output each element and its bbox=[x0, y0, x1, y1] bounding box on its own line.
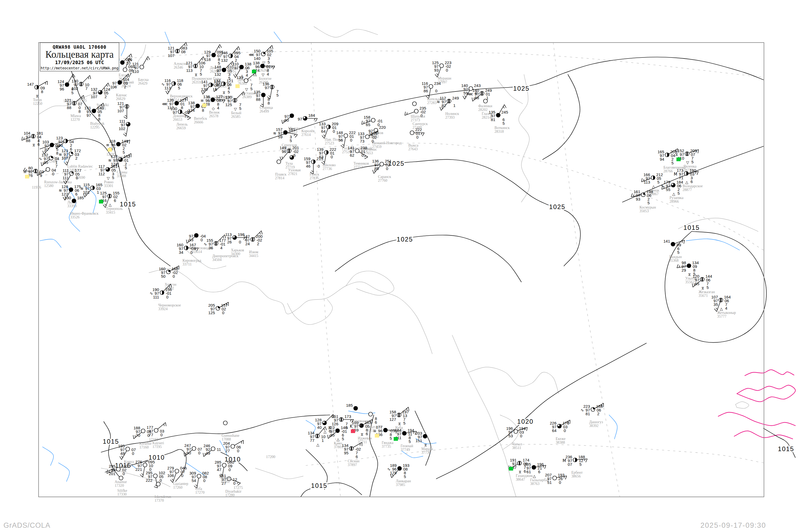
cloud-cover-icon bbox=[72, 199, 76, 203]
svg-text:17320: 17320 bbox=[115, 483, 124, 488]
svg-text:97: 97 bbox=[234, 65, 239, 70]
svg-text:38392: 38392 bbox=[589, 424, 598, 428]
svg-text:50: 50 bbox=[161, 274, 166, 279]
svg-text:27480: 27480 bbox=[413, 126, 422, 130]
isobar-label: 1025 bbox=[397, 236, 413, 243]
svg-text:107: 107 bbox=[91, 94, 97, 99]
svg-text:86: 86 bbox=[423, 89, 428, 93]
svg-text:∿: ∿ bbox=[150, 291, 153, 296]
isobar bbox=[301, 483, 362, 497]
svg-text:⧖: ⧖ bbox=[688, 272, 691, 277]
svg-text:8: 8 bbox=[78, 109, 81, 114]
svg-text:27736: 27736 bbox=[323, 167, 332, 171]
map-datetime: 17/09/2025 06 UTC bbox=[40, 60, 119, 65]
svg-text:26578: 26578 bbox=[209, 114, 218, 118]
svg-text:95: 95 bbox=[344, 451, 348, 455]
svg-text:107: 107 bbox=[117, 109, 124, 113]
coastline bbox=[149, 269, 432, 354]
svg-text:△: △ bbox=[720, 307, 723, 311]
isobar bbox=[335, 235, 521, 282]
svg-text:Санчурск: Санчурск bbox=[413, 122, 428, 126]
svg-text:Сарны: Сарны bbox=[117, 170, 128, 174]
svg-text:≋: ≋ bbox=[58, 188, 62, 193]
station-plot: 2049727060 bbox=[223, 440, 243, 453]
svg-text:6: 6 bbox=[690, 179, 693, 184]
svg-text:≋: ≋ bbox=[273, 131, 277, 136]
svg-text:243: 243 bbox=[474, 83, 481, 88]
svg-text:Гурджаани: Гурджаани bbox=[352, 419, 369, 423]
svg-text:⧖: ⧖ bbox=[195, 73, 197, 77]
svg-text:65: 65 bbox=[366, 122, 370, 127]
svg-text:4: 4 bbox=[725, 306, 727, 310]
station-plot: 19097111156-010∿Черноморское33924 bbox=[150, 284, 181, 311]
warning-square-icon bbox=[235, 84, 240, 88]
station-plot: Gumushane17088 bbox=[222, 421, 240, 441]
cloud-cover-icon bbox=[240, 65, 244, 69]
svg-text:△: △ bbox=[317, 443, 320, 447]
svg-text:111: 111 bbox=[153, 295, 159, 299]
svg-text:Bialystok: Bialystok bbox=[90, 121, 104, 126]
svg-text:△: △ bbox=[652, 184, 655, 189]
svg-text:132: 132 bbox=[221, 58, 228, 62]
svg-text:27283: 27283 bbox=[427, 101, 437, 105]
svg-text:Kirsehir: Kirsehir bbox=[139, 441, 152, 445]
cloud-cover-icon bbox=[532, 466, 536, 470]
river bbox=[165, 32, 170, 45]
svg-text:184: 184 bbox=[308, 113, 315, 118]
svg-text:179: 179 bbox=[390, 471, 397, 475]
svg-text:Верхнедвинск: Верхнедвинск bbox=[170, 94, 193, 98]
svg-text:141: 141 bbox=[663, 239, 670, 243]
station-plot: 14996201-026Тула27719 bbox=[280, 146, 299, 169]
svg-text:Iskenderun: Iskenderun bbox=[155, 495, 171, 499]
svg-text:5: 5 bbox=[122, 150, 125, 155]
svg-text:Узловая: Узловая bbox=[288, 168, 301, 172]
warning-square-icon bbox=[99, 200, 103, 204]
svg-text:17330: 17330 bbox=[117, 492, 127, 496]
svg-text:0: 0 bbox=[237, 449, 239, 453]
svg-text:Геокчай: Геокчай bbox=[401, 444, 413, 448]
svg-text:◇: ◇ bbox=[212, 107, 215, 111]
svg-text:185: 185 bbox=[77, 195, 84, 200]
svg-text:Anamur: Anamur bbox=[115, 480, 127, 484]
wind-barb-icon bbox=[143, 56, 148, 65]
svg-text:17195: 17195 bbox=[152, 445, 162, 449]
svg-text:0: 0 bbox=[159, 478, 162, 482]
svg-text:Gaziantep: Gaziantep bbox=[173, 482, 188, 486]
warning-square-icon bbox=[677, 157, 681, 161]
cloud-cover-icon bbox=[69, 188, 73, 192]
svg-text:36: 36 bbox=[209, 246, 213, 250]
svg-text:26666: 26666 bbox=[194, 120, 203, 124]
station-plot: 1409768249011⋘Фаленки28202 bbox=[467, 88, 492, 112]
isobar bbox=[665, 231, 766, 343]
svg-text:34504: 34504 bbox=[212, 258, 222, 262]
svg-text:34: 34 bbox=[179, 250, 183, 254]
svg-text:0: 0 bbox=[76, 175, 78, 180]
warning-square-icon bbox=[108, 148, 112, 152]
svg-text:234: 234 bbox=[434, 81, 441, 86]
cloud-cover-icon bbox=[440, 64, 444, 68]
svg-text:133: 133 bbox=[236, 75, 243, 80]
cloud-cover-icon bbox=[222, 463, 226, 467]
svg-text:220: 220 bbox=[379, 125, 386, 130]
svg-text:5: 5 bbox=[647, 201, 650, 205]
svg-text:81: 81 bbox=[586, 412, 590, 416]
cloud-cover-icon bbox=[413, 102, 417, 106]
svg-text:35368: 35368 bbox=[669, 259, 679, 263]
svg-text:27643: 27643 bbox=[408, 147, 418, 151]
svg-text:85: 85 bbox=[330, 433, 335, 437]
svg-text:26359: 26359 bbox=[192, 80, 201, 84]
svg-text:0: 0 bbox=[233, 481, 235, 486]
svg-text:Сисиан: Сисиан bbox=[348, 459, 360, 463]
svg-text:Rzeszow-Jasionka: Rzeszow-Jasionka bbox=[44, 180, 72, 184]
svg-text:93: 93 bbox=[636, 197, 640, 201]
svg-text:Ровно: Ровно bbox=[104, 180, 114, 184]
svg-text:100: 100 bbox=[56, 143, 63, 148]
svg-text:60: 60 bbox=[284, 118, 289, 122]
svg-text:Космурын: Космурын bbox=[640, 205, 656, 209]
station-plot: 10497881810446⧖ bbox=[22, 131, 43, 147]
warning-square-icon bbox=[202, 103, 206, 107]
station-plot: 134971111941185Геокчай37749 bbox=[394, 428, 416, 452]
svg-text:17370: 17370 bbox=[155, 498, 164, 502]
svg-text:08: 08 bbox=[181, 50, 186, 54]
cloud-cover-icon bbox=[192, 446, 196, 451]
